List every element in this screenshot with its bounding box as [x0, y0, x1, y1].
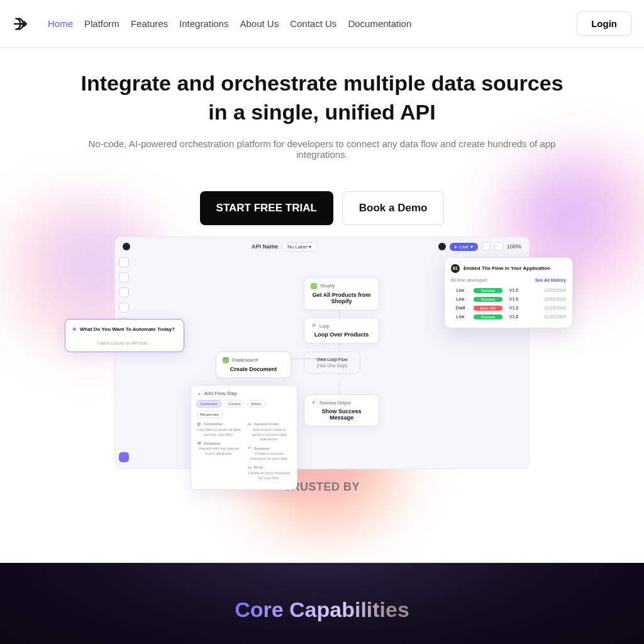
- core-capabilities-heading: Core Capabilities: [235, 597, 409, 622]
- hero-cta-row: START FREE TRIAL Book a Demo: [19, 191, 625, 225]
- history-version: V1.0: [506, 314, 521, 319]
- check-icon: ✔: [311, 400, 316, 406]
- live-pill: ▸ Live ▾: [450, 243, 478, 251]
- start-free-trial-button[interactable]: START FREE TRIAL: [200, 191, 333, 225]
- window-dot-icon: [123, 243, 130, 250]
- palette-tab-control: Control: [225, 400, 244, 408]
- palette-item-name: Error: [254, 465, 264, 470]
- mock-sidebar: [115, 253, 133, 469]
- trusted-by-label: TRUSTED BY: [19, 480, 625, 494]
- nav-link-documentation[interactable]: Documentation: [348, 18, 411, 29]
- palette-item-name: Connector: [204, 422, 223, 427]
- status-dot-icon: [438, 243, 446, 250]
- palette-item-name: Database: [204, 441, 221, 447]
- node-brand: Success Output: [319, 401, 350, 405]
- error-icon: ▭: [247, 465, 252, 471]
- node-sub: (Has One Step): [311, 364, 353, 368]
- palette-item-desc: Add custom code to perform custom data o…: [247, 428, 292, 442]
- hero-subtitle: No-code, AI-powered orchestration platfo…: [64, 138, 580, 160]
- hero-title: Integrate and orchestrate multiple data …: [70, 69, 574, 127]
- node-title: Get All Products from Shopify: [311, 292, 372, 304]
- palette-item-name: Custom Code: [254, 422, 279, 427]
- see-all-history-link: See All History: [535, 278, 566, 282]
- history-state: Draft: [451, 306, 470, 310]
- step-number-badge: 01: [451, 264, 460, 273]
- status-badge: Error 401: [474, 306, 502, 311]
- flow-node-shopify: Shopify Get All Products from Shopify: [304, 277, 379, 310]
- plus-icon: ＋: [196, 391, 202, 396]
- palette-item-name: Success: [254, 447, 269, 452]
- core-capabilities-section: Core Capabilities: [0, 563, 644, 644]
- history-rows: LiveSuccessV1.012/23/2024LiveSuccessV1.0…: [451, 286, 566, 321]
- sidebar-icon: [119, 303, 129, 313]
- sparkle-icon: ✦: [72, 326, 77, 333]
- shopify-icon: [311, 283, 317, 289]
- connector-icon: ◧: [196, 422, 202, 428]
- palette-item-desc: Create an error response for your flow.: [247, 471, 292, 481]
- history-state: Live: [451, 288, 470, 292]
- nav-link-contact-us[interactable]: Contact Us: [290, 18, 336, 29]
- history-state: Live: [451, 297, 470, 301]
- hero-section: Integrate and orchestrate multiple data …: [0, 48, 644, 494]
- history-state: Live: [451, 314, 470, 319]
- palette-tab-action: Action: [247, 400, 265, 408]
- palette-title: Add Flow Step: [204, 391, 237, 396]
- history-date: 12/23/2024: [525, 288, 566, 292]
- history-row: LiveSuccessV1.012/23/2024: [451, 313, 566, 321]
- ai-prompt-title: What Do You Want To Automate Today?: [80, 326, 175, 332]
- flow-node-elasticsearch: Elasticsearch Create Document: [216, 352, 291, 378]
- node-title: Show Success Message: [311, 408, 372, 421]
- chevron-down-icon: ▾: [470, 244, 473, 250]
- code-icon: ▭: [247, 422, 252, 428]
- history-row: DraftError 401V1.012/23/2024: [451, 304, 566, 313]
- history-row: LiveSuccessV1.012/23/2024: [451, 286, 566, 295]
- flow-node-view-loop: View Loop Flow (Has One Step): [304, 352, 360, 374]
- palette-tab-responses: Responses: [196, 411, 223, 418]
- node-brand: Loop: [319, 324, 330, 328]
- nav-link-home[interactable]: Home: [48, 18, 73, 29]
- login-button[interactable]: Login: [577, 11, 631, 36]
- brand-logo-icon: [13, 16, 29, 32]
- toolbar-icon: [494, 242, 503, 251]
- status-badge: Success: [474, 288, 502, 293]
- loop-icon: ⟳: [311, 323, 316, 329]
- step-palette-card: ＋Add Flow Step Connector Control Action …: [191, 385, 297, 491]
- book-a-demo-button[interactable]: Book a Demo: [342, 191, 445, 225]
- palette-item-desc: Link flows to external data sources and …: [196, 428, 242, 438]
- node-title: Create Document: [223, 366, 284, 372]
- node-title: View Loop Flow: [311, 357, 353, 362]
- node-brand: Elasticsearch: [232, 358, 258, 362]
- live-label: Live: [459, 244, 469, 250]
- node-title: Loop Over Products: [311, 331, 372, 338]
- top-nav: Home Platform Features Integrations Abou…: [0, 0, 644, 48]
- zoom-level: 100%: [507, 243, 521, 250]
- toolbar-icon: [482, 242, 491, 251]
- elasticsearch-icon: [223, 357, 229, 364]
- history-title: Embed The Flow in Your Application: [464, 265, 550, 271]
- node-brand: Shopify: [320, 284, 335, 288]
- history-version: V1.0: [506, 306, 521, 310]
- history-date: 12/23/2024: [525, 314, 566, 319]
- history-date: 12/23/2024: [525, 297, 566, 301]
- mock-top-bar: API Name No Label ▾ ▸ Live ▾ 100%: [115, 237, 529, 257]
- nav-link-integrations[interactable]: Integrations: [179, 18, 228, 29]
- nav-link-about-us[interactable]: About Us: [240, 18, 279, 29]
- flow-node-loop: ⟳Loop Loop Over Products: [304, 318, 379, 343]
- sidebar-bottom-icon: [119, 452, 129, 462]
- sidebar-icon: [119, 287, 129, 297]
- history-date: 12/23/2024: [525, 306, 566, 310]
- nav-link-features[interactable]: Features: [131, 18, 168, 29]
- label-chip: No Label ▾: [282, 242, 317, 252]
- deploy-history-card: 01 Embed The Flow in Your Application 88…: [444, 257, 573, 328]
- flow-node-success: ✔Success Output Show Success Message: [304, 394, 379, 426]
- sidebar-icon: [119, 272, 129, 282]
- status-badge: Success: [474, 297, 502, 302]
- nav-links: Home Platform Features Integrations Abou…: [48, 18, 577, 29]
- nav-link-platform[interactable]: Platform: [84, 18, 119, 29]
- play-icon: ▸: [455, 244, 457, 250]
- database-icon: ▤: [196, 441, 202, 447]
- ai-prompt-card: ✦What Do You Want To Automate Today? I w…: [65, 319, 184, 352]
- history-version: V1.0: [506, 288, 521, 292]
- palette-tab-connector: Connector: [196, 400, 221, 408]
- sidebar-icon: [119, 257, 129, 267]
